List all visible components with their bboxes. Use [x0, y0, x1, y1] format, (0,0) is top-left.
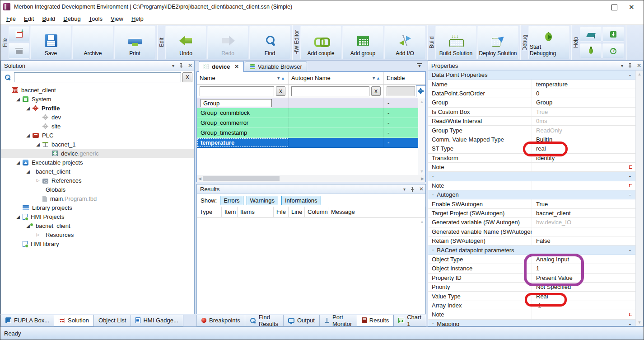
minimize-button[interactable] — [593, 4, 599, 10]
property-value[interactable]: Analog Input — [532, 255, 635, 264]
bottom-tab-solution[interactable]: Solution — [54, 315, 94, 326]
property-value[interactable]: hw.device_IO — [532, 218, 635, 227]
expander-open-icon[interactable]: ◢ — [14, 160, 23, 165]
table-row-temperature[interactable]: temperature- — [197, 138, 425, 148]
toolbar-button-find[interactable]: Find — [249, 26, 290, 59]
search-icon[interactable] — [3, 72, 13, 82]
toolbar-button-print[interactable]: Print — [114, 26, 155, 59]
toolbar-button-new-solution-icon[interactable] — [9, 26, 29, 42]
toolbar-button-teacher-icon[interactable] — [580, 27, 602, 42]
filter-input-name[interactable] — [200, 86, 274, 96]
bottom-tab-breakpoints[interactable]: Breakpoints — [196, 315, 245, 326]
property-value[interactable]: Present Value — [532, 274, 635, 282]
column-settings-button[interactable] — [416, 85, 425, 97]
panel-menu-icon[interactable]: ▾ — [172, 63, 174, 68]
toolbar-button-install-icon[interactable] — [602, 27, 624, 42]
toolbar-button-build-solution[interactable]: Build Solution — [435, 26, 476, 59]
tree-item-device[interactable]: device.generic — [1, 149, 194, 158]
expander-open-icon[interactable]: ◢ — [14, 97, 23, 102]
property-value[interactable] — [532, 163, 635, 171]
menu-view[interactable]: View — [107, 14, 127, 24]
tree-item-dev[interactable]: dev — [1, 113, 194, 122]
tab-list-icon[interactable]: ▼ — [417, 63, 422, 68]
tree-item-site[interactable]: site — [1, 122, 194, 131]
column-header-autogen-name[interactable]: Autogen Name▼▲ — [289, 72, 384, 84]
filter-button-informations[interactable]: Informations — [281, 196, 321, 205]
tree-item-bacnet-client[interactable]: bacnet_client — [1, 85, 194, 94]
table-row-group[interactable]: Group- — [197, 98, 425, 108]
toolbar-button-start-debugging[interactable]: Start Debugging — [528, 26, 569, 59]
tree-item-library-projects[interactable]: Library projects — [1, 203, 194, 212]
bottom-tab-output[interactable]: Output — [283, 315, 320, 326]
bottom-tab-fupla-box-[interactable]: FUPLA Box... — [0, 315, 54, 326]
menu-build[interactable]: Build — [38, 14, 59, 24]
property-value[interactable]: real — [532, 144, 635, 153]
panel-menu-icon[interactable]: ▾ — [403, 187, 406, 192]
tab-device[interactable]: device✕ — [199, 61, 244, 72]
close-button[interactable]: ✕ — [629, 4, 635, 10]
property-value[interactable]: temperature — [532, 80, 635, 88]
menu-debug[interactable]: Debug — [59, 14, 84, 24]
panel-close-icon[interactable]: ✕ — [188, 62, 192, 69]
toolbar-button-debug-help-icon[interactable] — [580, 43, 602, 58]
column-header-enable[interactable]: Enable — [384, 72, 418, 84]
bottom-tab-chart-1[interactable]: Chart 1 — [393, 315, 426, 326]
toolbar-button-redo[interactable]: Redo — [207, 26, 248, 59]
table-row-group_commblock[interactable]: Group_commblock- — [197, 108, 425, 118]
toolbar-button-question-icon[interactable] — [602, 43, 624, 58]
property-value[interactable]: BuiltIn — [532, 135, 635, 144]
horizontal-scrollbar[interactable]: ◀▶ — [197, 175, 425, 182]
panel-menu-icon[interactable]: ▾ — [621, 63, 623, 68]
section-collapse-icon[interactable]: - — [629, 71, 635, 78]
tree-item-plc[interactable]: ◢PLC — [1, 131, 194, 140]
scrollbar-thumb[interactable] — [203, 176, 280, 181]
property-value[interactable]: Not Specified — [532, 283, 635, 291]
property-value[interactable]: bacnet_client — [532, 209, 635, 217]
tab-variable-browser[interactable]: Variable Browser — [245, 61, 307, 72]
property-value[interactable]: True — [532, 108, 635, 116]
property-value[interactable]: True — [532, 199, 635, 208]
property-value[interactable]: Group — [532, 98, 635, 107]
property-value[interactable]: False — [532, 236, 635, 245]
toolbar-button-add-i-o[interactable]: Add I/O — [384, 26, 425, 59]
tree-item-executable-projects[interactable]: ◢Executable projects — [1, 158, 194, 167]
tree-item-bacnet-client[interactable]: ◢bacnet_client — [1, 167, 194, 176]
filter-input-enable[interactable] — [387, 86, 415, 96]
property-value[interactable]: ReadOnly — [532, 126, 635, 134]
sort-icons[interactable]: ▼▲ — [372, 76, 381, 80]
bottom-tab-hmi-gadge-[interactable]: HMI Gadge... — [131, 315, 183, 326]
toolbar-button-open-archive-icon[interactable] — [9, 43, 29, 59]
filter-button-errors[interactable]: Errors — [220, 196, 243, 205]
filter-button-warnings[interactable]: Warnings — [247, 196, 278, 205]
filter-clear-button[interactable]: X — [371, 86, 381, 96]
toolbar-button-undo[interactable]: Undo — [165, 26, 206, 59]
tree-item-resources[interactable]: ▷Resources — [1, 230, 194, 239]
search-clear-button[interactable]: X — [182, 72, 192, 82]
toolbar-button-add-group[interactable]: Add group — [342, 26, 383, 59]
property-value[interactable]: Real — [532, 292, 635, 300]
property-value[interactable] — [532, 181, 635, 190]
property-section-autogen[interactable]: ·Autogen- — [428, 190, 635, 199]
tree-item-bacnet-1[interactable]: ◢bacnet_1 — [1, 140, 194, 149]
expander-open-icon[interactable]: ◢ — [23, 133, 33, 138]
properties-scrollbar[interactable]: ▲▼ — [635, 71, 643, 326]
property-section-mapping[interactable]: ·Mapping- — [428, 320, 635, 326]
table-row-group_commerror[interactable]: Group_commerror- — [197, 118, 425, 128]
bottom-tab-port-monitor[interactable]: Port Monitor — [319, 315, 357, 326]
panel-close-icon[interactable]: ✕ — [419, 186, 424, 192]
expander-closed-icon[interactable]: ▷ — [33, 178, 42, 183]
property-section-blank[interactable]: ·- — [428, 172, 635, 181]
expander-closed-icon[interactable]: ▷ — [33, 232, 42, 237]
property-value[interactable] — [532, 310, 635, 319]
property-value[interactable] — [532, 227, 635, 236]
tree-item-globals[interactable]: Globals — [1, 185, 194, 194]
bottom-tab-find-results[interactable]: Find Results — [245, 315, 284, 326]
tree-item-hmi-projects[interactable]: ◢HMI Projects — [1, 212, 194, 221]
section-collapse-icon[interactable]: - — [629, 173, 635, 179]
bottom-tab-results[interactable]: Results — [357, 315, 394, 326]
solution-search-input[interactable] — [14, 72, 181, 82]
tree-item-bacnet-client[interactable]: ◢bacnet_client — [1, 221, 194, 230]
column-header-name[interactable]: Name▼▲ — [197, 72, 289, 84]
tab-close-icon[interactable]: ✕ — [234, 64, 238, 70]
bottom-tab-object-list[interactable]: Object List — [93, 315, 131, 326]
